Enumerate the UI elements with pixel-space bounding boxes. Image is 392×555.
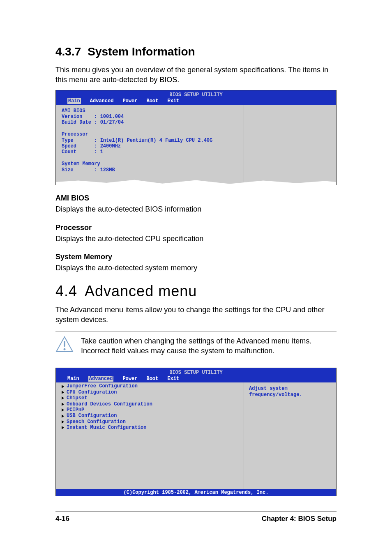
bios-screenshot-advanced: BIOS SETUP UTILITY Main Advanced Power B…	[55, 368, 337, 496]
section-437-intro: This menu gives you an overview of the g…	[55, 65, 337, 85]
bios1-speed-row: Speed : 2400MHz	[62, 143, 238, 149]
bios2-tab-main: Main	[67, 376, 79, 382]
list-item: PCIPnP	[67, 407, 84, 413]
bios1-tab-power: Power	[122, 98, 137, 104]
subdesc-processor: Displays the auto-detected CPU specifica…	[55, 234, 337, 244]
bios1-tab-main: Main	[67, 98, 81, 104]
svg-rect-1	[64, 341, 65, 347]
triangle-icon	[62, 426, 64, 429]
triangle-icon	[62, 391, 64, 394]
bios1-version-label: Version	[62, 114, 82, 120]
section-44-title: Advanced menu	[85, 283, 197, 299]
bios2-tab-advanced: Advanced	[88, 376, 114, 382]
triangle-icon	[62, 385, 64, 388]
bios2-left-panel: JumperFree Configuration CPU Configurati…	[56, 382, 244, 489]
bios2-right-panel: Adjust system frequency/voltage.	[244, 382, 336, 489]
bios2-item-pcipnp: PCIPnP	[62, 407, 238, 413]
section-437-heading: 4.3.7System Information	[55, 45, 337, 58]
bios2-tabs: Main Advanced Power Boot Exit	[59, 376, 333, 382]
section-44-body: The Advanced menu items allow you to cha…	[55, 305, 337, 325]
bios2-help-line1: Adjust system	[249, 386, 331, 391]
bios2-header: BIOS SETUP UTILITY Main Advanced Power B…	[56, 368, 336, 382]
list-item: JumperFree Configuration	[67, 383, 138, 389]
section-437-number: 4.3.7	[55, 45, 81, 58]
bios1-title: BIOS SETUP UTILITY	[59, 91, 333, 98]
bios1-body: AMI BIOS Version : 1001.004 Build Date :…	[56, 105, 336, 185]
bios1-right-panel	[244, 105, 336, 185]
bios1-ami-heading: AMI BIOS	[62, 108, 238, 114]
bios2-item-onboard: Onboard Devices Configuration	[62, 401, 238, 407]
page-number: 4-16	[55, 515, 69, 523]
triangle-icon	[62, 396, 64, 400]
bios-screenshot-main: BIOS SETUP UTILITY Main Advanced Power B…	[55, 90, 337, 185]
bios1-build-label: Build Date	[62, 120, 91, 125]
caution-text: Take caution when changing the settings …	[81, 336, 337, 356]
subhead-memory: System Memory	[55, 253, 337, 261]
bios1-tab-exit: Exit	[167, 98, 179, 104]
bios1-tab-boot: Boot	[146, 98, 158, 104]
svg-point-2	[64, 348, 66, 350]
bios2-tab-exit: Exit	[167, 376, 179, 382]
list-item: Onboard Devices Configuration	[67, 401, 152, 407]
bios1-build-row: Build Date : 01/27/04	[62, 120, 238, 125]
bios1-type-row: Type : Intel(R) Pentium(R) 4 Family CPU …	[62, 138, 238, 143]
bios1-mem-heading: System Memory	[62, 161, 238, 167]
triangle-icon	[62, 408, 64, 412]
bios1-type-label: Type	[62, 138, 74, 143]
bios2-item-cpu: CPU Configuration	[62, 389, 238, 395]
list-item: CPU Configuration	[67, 389, 117, 395]
bios1-tabs: Main Advanced Power Boot Exit	[59, 98, 333, 104]
bios2-item-instantmusic: Instant Music Configuration	[62, 425, 238, 431]
bios2-item-speech: Speech Configuration	[62, 419, 238, 425]
chapter-label: Chapter 4: BIOS Setup	[262, 515, 337, 523]
section-437-title: System Information	[88, 45, 195, 58]
bios1-left-panel: AMI BIOS Version : 1001.004 Build Date :…	[56, 105, 244, 185]
bios1-tab-advanced: Advanced	[90, 98, 114, 104]
bios2-tab-power: Power	[122, 376, 137, 382]
bios2-help-line2: frequency/voltage.	[249, 392, 331, 398]
bios2-item-usb: USB Configuration	[62, 413, 238, 419]
bios2-title: BIOS SETUP UTILITY	[59, 369, 333, 375]
bios1-speed-value: 2400MHz	[100, 143, 121, 149]
bios1-version-value: 1001.004	[100, 114, 124, 120]
bios2-item-jumperfree: JumperFree Configuration	[62, 383, 238, 389]
subhead-processor: Processor	[55, 223, 337, 232]
page-footer: 4-16 Chapter 4: BIOS Setup	[55, 511, 337, 523]
bios1-count-row: Count : 1	[62, 149, 238, 155]
bios1-count-value: 1	[100, 149, 103, 155]
bios1-count-label: Count	[62, 149, 76, 155]
bios1-size-label: Size	[62, 167, 74, 173]
bios2-body: JumperFree Configuration CPU Configurati…	[56, 382, 336, 489]
caution-block: Take caution when changing the settings …	[55, 332, 337, 361]
list-item: Speech Configuration	[67, 419, 126, 425]
bios1-version-row: Version : 1001.004	[62, 114, 238, 120]
section-44-heading: 4.4Advanced menu	[55, 283, 337, 300]
list-item: USB Configuration	[67, 413, 117, 419]
bios2-footer: (C)Copyright 1985-2002, American Megatre…	[56, 489, 336, 496]
bios1-proc-heading: Processor	[62, 131, 238, 137]
bios1-type-value: Intel(R) Pentium(R) 4 Family CPU 2.40G	[100, 138, 213, 143]
triangle-icon	[62, 420, 64, 424]
list-item: Chipset	[67, 395, 87, 401]
bios2-item-chipset: Chipset	[62, 395, 238, 401]
list-item: Instant Music Configuration	[67, 425, 146, 431]
triangle-icon	[62, 403, 64, 406]
section-44-number: 4.4	[55, 283, 77, 300]
bios1-size-value: 128MB	[100, 167, 115, 173]
caution-icon	[55, 336, 74, 352]
subdesc-ami: Displays the auto-detected BIOS informat…	[55, 204, 337, 214]
subhead-ami: AMI BIOS	[55, 194, 337, 203]
subdesc-memory: Displays the auto-detected system memory	[55, 263, 337, 273]
bios1-speed-label: Speed	[62, 143, 76, 149]
triangle-icon	[62, 415, 64, 418]
bios1-size-row: Size : 128MB	[62, 167, 238, 173]
bios1-build-value: 01/27/04	[100, 120, 124, 125]
bios2-tab-boot: Boot	[146, 376, 158, 382]
bios1-header: BIOS SETUP UTILITY Main Advanced Power B…	[56, 90, 336, 105]
